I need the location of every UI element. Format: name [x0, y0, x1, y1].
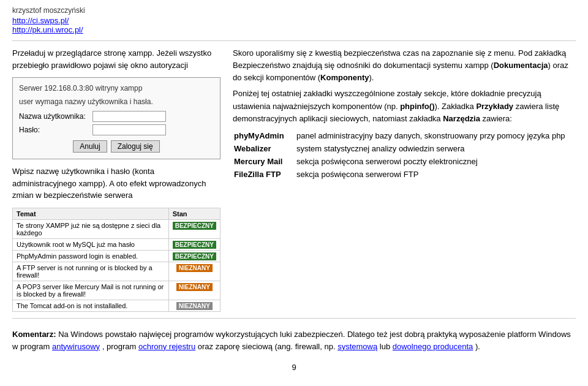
- app-row: Webalizersystem statystycznej analizy od…: [234, 144, 575, 156]
- app-desc: system statystycznej analizy odwiedzin s…: [296, 144, 575, 156]
- right-para2: Poniżej tej ostatniej zakładki wyszczegó…: [233, 88, 576, 124]
- row-text: Te strony XAMPP już nie są dostępne z si…: [13, 219, 169, 238]
- row-badge: BEZPIECZNY: [168, 250, 220, 262]
- status-badge: BEZPIECZNY: [173, 241, 216, 249]
- row-badge: NIEZNANY: [168, 300, 220, 311]
- app-name: FileZilla FTP: [234, 170, 295, 181]
- row-text: Użytkownik root w MySQL już ma hasło: [13, 238, 169, 250]
- bottom-end: ).: [475, 342, 480, 351]
- app-row: Mercury Mailsekcja poświęcona serwerowi …: [234, 157, 575, 168]
- top-links: http://ci.swps.pl/ http://pk.uni.wroc.pl…: [12, 16, 576, 34]
- bottom-divider: [12, 318, 576, 319]
- server-info: Serwer 192.168.0.3:80 witryny xampp: [19, 84, 214, 93]
- right-column: Skoro uporaliśmy się z kwestią bezpiecze…: [233, 47, 576, 312]
- row-badge: NIEZNANY: [168, 281, 220, 300]
- row-badge: BEZPIECZNY: [168, 238, 220, 250]
- page-number: 9: [12, 363, 576, 372]
- status-badge: NIEZNANY: [176, 264, 213, 272]
- table-row: The Tomcat add-on is not installalled.NI…: [13, 300, 221, 311]
- username-label: Nazwa użytkownika:: [19, 112, 92, 121]
- password-label: Hasło:: [19, 126, 92, 134]
- row-badge: BEZPIECZNY: [168, 219, 220, 238]
- row-text: PhpMyAdmin password login is enabled.: [13, 250, 169, 262]
- login-button[interactable]: Zaloguj się: [111, 140, 160, 153]
- auth-box: Serwer 192.168.0.3:80 witryny xampp user…: [12, 77, 221, 159]
- bottom-mid1: , program: [102, 342, 138, 351]
- intro-text: Przeładuj w przeglądarce stronę xampp. J…: [12, 47, 221, 71]
- bottom-mid2: oraz zaporę sieciową (ang. firewall, np.: [198, 342, 337, 351]
- app-list: phyMyAdminpanel administracyjny bazy dan…: [233, 130, 576, 183]
- left-column: Przeładuj w przeglądarce stronę xampp. J…: [12, 47, 221, 312]
- app-row: FileZilla FTPsekcja poświęcona serwerowi…: [234, 170, 575, 181]
- author: krzysztof moszczyński: [12, 6, 576, 15]
- link-pk-wroc[interactable]: http://pk.uni.wroc.pl/: [12, 25, 83, 34]
- table-row: A POP3 server like Mercury Mail is not r…: [13, 281, 221, 300]
- password-row: Hasło:: [19, 124, 214, 135]
- link-antyvirus[interactable]: antywirusowy: [52, 342, 100, 351]
- username-row: Nazwa użytkownika:: [19, 111, 214, 122]
- top-divider: [12, 40, 576, 41]
- status-table: Temat Stan Te strony XAMPP już nie są do…: [12, 208, 221, 312]
- table-row: A FTP server is not running or is blocke…: [13, 262, 221, 281]
- caption-text: Wpisz nazwę użytkownika i hasło (konta a…: [12, 165, 221, 202]
- app-name: Mercury Mail: [234, 157, 295, 168]
- app-desc: sekcja poświęcona serwerowi FTP: [296, 170, 575, 181]
- app-name: Webalizer: [234, 144, 295, 156]
- link-ochrony[interactable]: ochrony rejestru: [138, 342, 195, 351]
- table-row: Te strony XAMPP już nie są dostępne z si…: [13, 219, 221, 238]
- app-desc: sekcja poświęcona serwerowi poczty elekt…: [296, 157, 575, 168]
- password-input[interactable]: [92, 124, 166, 135]
- col-temat: Temat: [13, 208, 169, 219]
- status-badge: BEZPIECZNY: [173, 252, 216, 260]
- row-text: A FTP server is not running or is blocke…: [13, 262, 169, 281]
- status-badge: NIEZNANY: [176, 283, 213, 291]
- main-layout: Przeładuj w przeglądarce stronę xampp. J…: [12, 47, 576, 312]
- right-para1: Skoro uporaliśmy się z kwestią bezpiecze…: [233, 47, 576, 84]
- table-row: Użytkownik root w MySQL już ma hasłoBEZP…: [13, 238, 221, 250]
- status-badge: NIEZNANY: [176, 302, 213, 310]
- table-row: PhpMyAdmin password login is enabled.BEZ…: [13, 250, 221, 262]
- row-text: The Tomcat add-on is not installalled.: [13, 300, 169, 311]
- row-text: A POP3 server like Mercury Mail is not r…: [13, 281, 169, 300]
- comment-label: Komentarz:: [12, 330, 56, 339]
- auth-info: user wymaga nazwy użytkownika i hasła.: [19, 97, 214, 106]
- link-producenta[interactable]: dowolnego producenta: [393, 342, 473, 351]
- link-systemowa[interactable]: systemową: [337, 342, 377, 351]
- app-desc: panel administracyjny bazy danych, skons…: [296, 131, 575, 143]
- app-row: phyMyAdminpanel administracyjny bazy dan…: [234, 131, 575, 143]
- col-stan: Stan: [168, 208, 220, 219]
- bottom-section: Komentarz: Na Windows powstało najwięcej…: [12, 328, 576, 353]
- bottom-mid3: lub: [380, 342, 393, 351]
- auth-buttons: Anuluj Zaloguj się: [19, 140, 214, 153]
- link-ci-swps[interactable]: http://ci.swps.pl/: [12, 16, 69, 25]
- status-badge: BEZPIECZNY: [173, 222, 216, 230]
- row-badge: NIEZNANY: [168, 262, 220, 281]
- app-name: phyMyAdmin: [234, 131, 295, 143]
- username-input[interactable]: [92, 111, 166, 122]
- cancel-button[interactable]: Anuluj: [73, 140, 107, 153]
